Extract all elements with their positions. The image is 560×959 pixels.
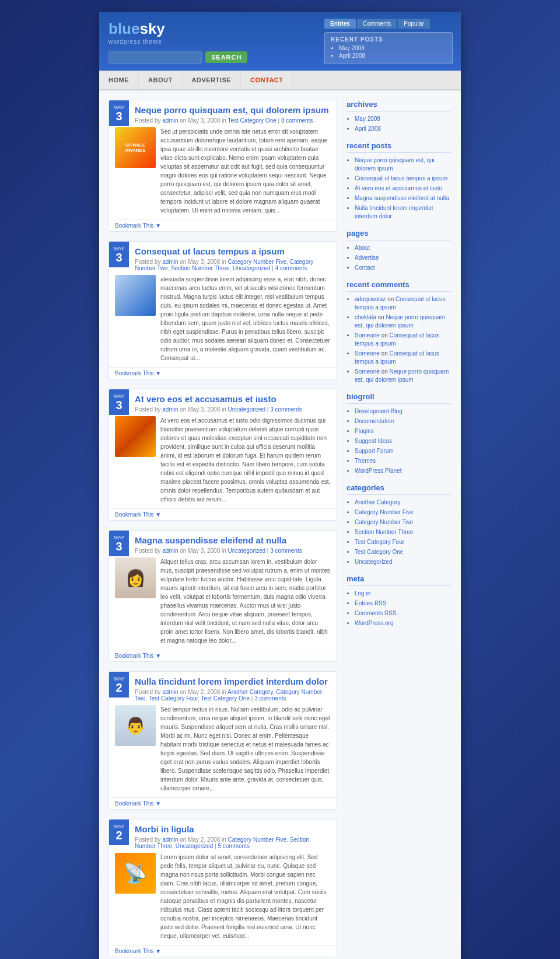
post-body: 📡 Lorem ipsum dolor sit amet, consectetu…	[109, 853, 337, 945]
list-item: Comments RSS	[355, 609, 452, 618]
date-badge: MAY 2	[109, 819, 129, 845]
post-body: 👩 Aliquet tellus cras, arcu accumsan lor…	[109, 557, 337, 650]
date-badge: MAY 3	[109, 100, 129, 126]
list-item: aduquwolaz on Consequat ut lacus tempus …	[355, 295, 452, 312]
bookmark-link[interactable]: Bookmark This ▼	[115, 653, 161, 659]
post-body: 👨 Sed tempor lectus in risus. Nullam ves…	[109, 705, 337, 797]
sidebar-categories: categories Another Category Category Num…	[346, 483, 452, 566]
list-item: May 2008	[339, 45, 446, 51]
categories-title: categories	[346, 483, 452, 495]
recent-posts-list: Neque porro quisquam est, qui dolorem ip…	[346, 156, 452, 221]
search-input[interactable]	[108, 51, 202, 64]
sidebar-pages: pages About Advertise Contact	[346, 229, 452, 272]
list-item: Consequat ut lacus tempus a ipsum	[355, 175, 452, 183]
bookmark-link[interactable]: Bookmark This ▼	[115, 800, 161, 807]
bookmark-bar: Bookmark This ▼	[109, 219, 337, 231]
list-item: Contact	[355, 264, 452, 272]
post-title-link[interactable]: Morbi in ligula	[135, 824, 194, 834]
bookmark-bar: Bookmark This ▼	[109, 508, 337, 520]
post-body: alesuada suspendisse lorem adipiscing es…	[109, 275, 337, 367]
post-header: MAY 2 Morbi in ligula Posted by admin on…	[109, 819, 337, 853]
pages-list: About Advertise Contact	[346, 244, 452, 272]
sidebar-recent-posts: recent posts Neque porro quisquam est, q…	[346, 141, 452, 221]
post-title-area: Magna suspendisse eleifend at nulla Post…	[129, 531, 337, 557]
post-body: At vero eos et accusamus et iusto odio d…	[109, 416, 337, 508]
list-item: Test Category Four	[355, 538, 452, 546]
meta-title: meta	[346, 574, 452, 586]
sidebar-blogroll: blogroll Development Blog Documentation …	[346, 392, 452, 475]
post-thumbnail: SPINALE AWARDS	[115, 127, 156, 168]
list-item: Someone on Consequat ut lacus tempus a i…	[355, 332, 452, 348]
thumbnail-image: 👩	[115, 557, 156, 598]
date-badge: MAY 2	[109, 672, 129, 698]
list-item: Test Category One	[355, 548, 452, 556]
main-nav: HOME ABOUT ADVERTISE CONTACT	[99, 71, 461, 90]
date-badge: MAY 3	[109, 242, 129, 267]
post-body: SPINALE AWARDS Sed ut perspiciatis unde …	[109, 127, 337, 219]
thumbnail-image: 📡	[115, 853, 156, 894]
list-item: Uncategorized	[355, 558, 452, 566]
date-badge: MAY 3	[109, 531, 129, 556]
sidebar-meta: meta Log in Entries RSS Comments RSS Wor…	[346, 574, 452, 627]
categories-list: Another Category Category Number Five Ca…	[346, 498, 452, 566]
tab-comments[interactable]: Comments	[357, 19, 397, 29]
tab-entries[interactable]: Entries	[324, 19, 356, 29]
list-item: Category Number Five	[355, 508, 452, 517]
list-item: Suggest Ideas	[355, 437, 452, 445]
post-1: MAY 3 Neque porro quisquam est, qui dolo…	[108, 100, 337, 232]
bookmark-link[interactable]: Bookmark This ▼	[115, 511, 161, 518]
list-item: About	[355, 244, 452, 252]
post-header: MAY 3 At vero eos et accusamus et iusto …	[109, 389, 337, 416]
list-item: Nulla tincidunt lorem imperdiet interdum…	[355, 204, 452, 221]
bookmark-link[interactable]: Bookmark This ▼	[115, 370, 161, 376]
post-meta: Posted by admin on May 2, 2008 in Catego…	[135, 836, 331, 849]
post-text: Aliquet tellus cras, arcu accumsan lorem…	[160, 557, 331, 645]
search-button[interactable]: SEARCH	[205, 51, 247, 63]
list-item: Magna suspendisse eleifend at nulla	[355, 194, 452, 203]
post-header: MAY 2 Nulla tincidunt lorem imperdiet in…	[109, 672, 337, 705]
thumbnail-image: 👨	[115, 705, 156, 746]
list-item: Development Blog	[355, 407, 452, 416]
bookmark-bar: Bookmark This ▼	[109, 945, 337, 957]
post-header: MAY 3 Magna suspendisse eleifend at null…	[109, 531, 337, 557]
bookmark-bar: Bookmark This ▼	[109, 650, 337, 661]
post-4: MAY 3 Magna suspendisse eleifend at null…	[108, 530, 337, 662]
post-header: MAY 3 Consequat ut lacus tempus a ipsum …	[109, 242, 337, 275]
post-title-link[interactable]: Magna suspendisse eleifend at nulla	[135, 535, 286, 545]
bookmark-link[interactable]: Bookmark This ▼	[115, 948, 161, 954]
bookmark-bar: Bookmark This ▼	[109, 367, 337, 379]
list-item: Someone on Neque porro quisquam est, qui…	[355, 368, 452, 384]
post-thumbnail	[115, 416, 156, 457]
post-title-link[interactable]: Nulla tincidunt lorem imperdiet interdum…	[135, 676, 328, 686]
list-item: Category Number Two	[355, 518, 452, 526]
main-layout: MAY 3 Neque porro quisquam est, qui dolo…	[99, 90, 461, 959]
nav-home[interactable]: HOME	[99, 71, 139, 89]
bookmark-link[interactable]: Bookmark This ▼	[115, 222, 161, 229]
page-wrapper: bluesky wordpress theme Entries Comments…	[99, 12, 461, 959]
post-meta: Posted by admin on May 3, 2008 in Uncate…	[135, 547, 331, 554]
archives-title: archives	[346, 100, 452, 111]
sidebar-recent-comments: recent comments aduquwolaz on Consequat …	[346, 280, 452, 384]
meta-list: Log in Entries RSS Comments RSS WordPres…	[346, 590, 452, 627]
post-title-link[interactable]: Neque porro quisquam est, qui dolorem ip…	[135, 105, 329, 115]
list-item: Neque porro quisquam est, qui dolorem ip…	[355, 156, 452, 173]
list-item: Advertise	[355, 254, 452, 262]
nav-contact[interactable]: CONTACT	[241, 71, 293, 89]
header-right: Entries Comments Popular RECENT POSTS Ma…	[324, 19, 453, 64]
date-badge: MAY 3	[109, 389, 129, 415]
list-item: choklala on Neque porro quisquam est, qu…	[355, 313, 452, 330]
nav-advertise[interactable]: ADVERTISE	[183, 71, 241, 89]
list-item: Entries RSS	[355, 599, 452, 608]
recent-posts-list: May 2008 April 2008	[331, 45, 446, 59]
sidebar: archives May 2008 April 2008 recent post…	[346, 100, 452, 959]
blogroll-title: blogroll	[346, 392, 452, 404]
post-6: MAY 2 Morbi in ligula Posted by admin on…	[108, 819, 337, 957]
post-text: alesuada suspendisse lorem adipiscing es…	[160, 275, 331, 362]
list-item: Support Forum	[355, 447, 452, 455]
post-title-link[interactable]: Consequat ut lacus tempus a ipsum	[135, 246, 285, 256]
site-header: bluesky wordpress theme Entries Comments…	[99, 12, 461, 71]
tab-popular[interactable]: Popular	[398, 19, 429, 29]
nav-about[interactable]: ABOUT	[139, 71, 183, 89]
post-title-link[interactable]: At vero eos et accusamus et iusto	[135, 394, 276, 404]
post-meta: Posted by admin on May 2, 2008 in Anothe…	[135, 689, 331, 702]
